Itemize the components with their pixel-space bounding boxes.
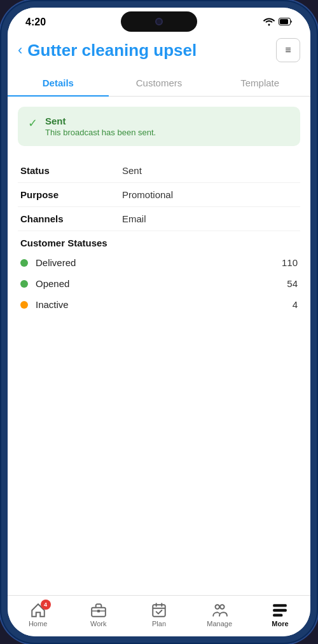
battery-icon [279,17,293,27]
channels-label: Channels [20,213,122,224]
svg-rect-7 [273,604,287,607]
inactive-count: 4 [293,299,298,310]
purpose-label: Purpose [20,189,122,200]
manage-icon [211,602,228,619]
svg-point-5 [216,605,220,609]
delivered-dot [20,259,28,267]
status-row-inactive: Inactive 4 [18,294,300,315]
status-value: Sent [122,165,142,176]
status-icons [263,17,293,28]
info-row-purpose: Purpose Promotional [18,183,300,207]
info-row-status: Status Sent [18,159,300,183]
home-label: Home [29,620,47,627]
tab-customers[interactable]: Customers [109,70,210,96]
home-badge: 4 [41,600,51,610]
customer-statuses-title: Customer Statuses [18,231,300,252]
phone-screen: 4:20 ‹ [8,8,310,636]
menu-icon: ≡ [285,45,291,55]
opened-label: Opened [36,278,277,289]
nav-item-manage[interactable]: Manage [190,600,250,630]
work-label: Work [90,620,106,627]
svg-rect-4 [153,605,165,616]
header: ‹ Gutter cleaning upsel ≡ [8,33,310,70]
status-label: Status [20,165,122,176]
check-icon: ✓ [28,116,38,130]
more-icon [272,602,288,619]
sent-banner: ✓ Sent This broadcast has been sent. [18,107,300,146]
svg-rect-9 [273,614,283,616]
phone-frame: 4:20 ‹ [0,0,318,644]
more-label: More [272,620,288,627]
nav-item-home[interactable]: 4 Home [8,600,68,630]
svg-rect-3 [97,610,100,612]
purpose-value: Promotional [122,189,173,200]
notch-camera [155,18,163,25]
delivered-count: 110 [282,257,298,268]
bottom-nav: 4 Home Work [8,595,310,636]
back-button[interactable]: ‹ [18,42,22,58]
work-icon [90,602,107,619]
svg-rect-1 [280,19,288,24]
status-row-delivered: Delivered 110 [18,252,300,273]
channels-value: Email [122,213,146,224]
opened-count: 54 [287,278,298,289]
manage-label: Manage [207,620,232,627]
nav-item-more[interactable]: More [250,600,310,630]
svg-point-6 [220,605,225,609]
main-content: ✓ Sent This broadcast has been sent. Sta… [8,97,310,595]
info-row-channels: Channels Email [18,207,300,231]
tab-template[interactable]: Template [209,70,310,96]
nav-item-plan[interactable]: Plan [128,600,189,630]
sent-title: Sent [45,116,156,126]
plan-label: Plan [152,620,166,627]
page-title: Gutter cleaning upsel [27,41,276,60]
delivered-label: Delivered [36,257,272,268]
status-time: 4:20 [25,17,46,28]
wifi-icon [263,17,275,28]
opened-dot [20,280,28,288]
sent-subtitle: This broadcast has been sent. [45,128,156,137]
inactive-label: Inactive [36,299,282,310]
tab-details[interactable]: Details [8,70,109,96]
menu-button[interactable]: ≡ [276,38,300,62]
notch [121,11,197,32]
inactive-dot [20,301,28,309]
plan-icon [151,602,167,619]
svg-rect-8 [273,609,287,612]
sent-text: Sent This broadcast has been sent. [45,116,156,137]
nav-item-work[interactable]: Work [68,600,128,630]
tabs-bar: Details Customers Template [8,70,310,97]
status-row-opened: Opened 54 [18,273,300,294]
